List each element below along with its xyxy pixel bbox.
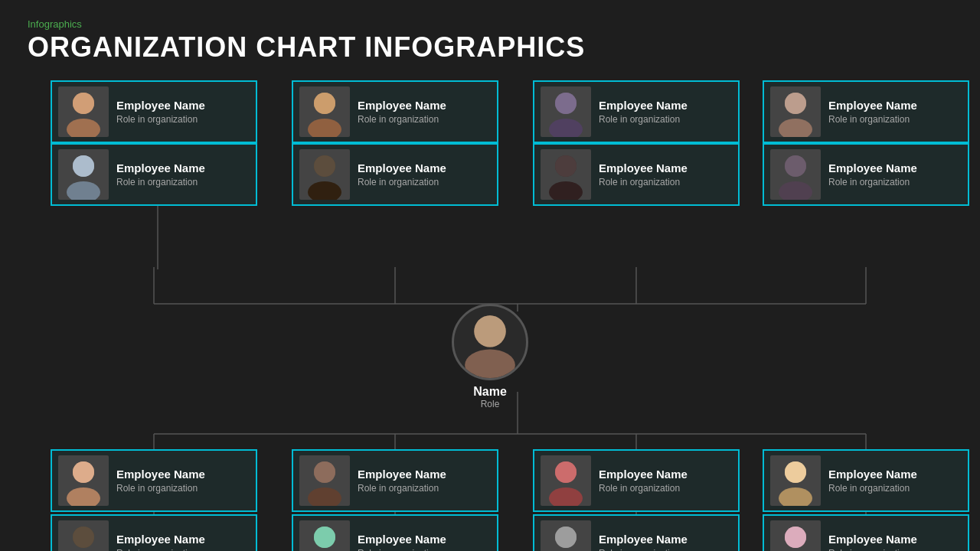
avatar-b3 (541, 455, 591, 506)
emp-name-b6: Employee Name (358, 533, 446, 546)
emp-role-t4: Role in organization (828, 114, 917, 125)
employee-card-b5: Employee Name Role in organization (51, 514, 257, 551)
svg-point-44 (779, 181, 812, 200)
svg-point-45 (785, 155, 806, 177)
emp-info-b1: Employee Name Role in organization (116, 468, 205, 494)
svg-point-27 (73, 155, 94, 177)
employee-card-t7: Employee Name Role in organization (533, 143, 740, 206)
emp-role-b8: Role in organization (828, 548, 917, 551)
svg-point-54 (73, 527, 94, 548)
emp-name-t8: Employee Name (828, 161, 917, 175)
employee-card-t4: Employee Name Role in organization (763, 80, 969, 143)
avatar-b6 (299, 520, 350, 551)
svg-point-24 (73, 93, 94, 114)
svg-point-32 (308, 181, 341, 200)
emp-role-b2: Role in organization (358, 483, 446, 494)
emp-info-t3: Employee Name Role in organization (599, 99, 688, 125)
svg-point-47 (465, 349, 515, 380)
emp-info-t8: Employee Name Role in organization (828, 161, 917, 187)
emp-name-t3: Employee Name (599, 99, 688, 112)
emp-name-b2: Employee Name (358, 468, 446, 481)
employee-card-t2: Employee Name Role in organization (292, 80, 498, 143)
emp-name-b7: Employee Name (599, 533, 688, 546)
emp-role-t1: Role in organization (116, 114, 205, 125)
svg-point-23 (67, 119, 100, 137)
emp-info-t2: Employee Name Role in organization (358, 99, 446, 125)
svg-point-60 (314, 527, 335, 548)
avatar-t5 (58, 149, 109, 200)
emp-info-t4: Employee Name Role in organization (828, 99, 917, 125)
svg-point-51 (73, 461, 94, 483)
emp-name-b1: Employee Name (116, 468, 205, 481)
emp-info-t7: Employee Name Role in organization (599, 161, 688, 187)
center-node: Name Role (452, 304, 528, 409)
emp-role-t6: Role in organization (358, 177, 446, 187)
avatar-t3 (541, 86, 591, 137)
svg-point-63 (555, 461, 577, 483)
employee-card-t6: Employee Name Role in organization (292, 143, 498, 206)
employee-card-b4: Employee Name Role in organization (763, 449, 969, 512)
avatar-t2 (299, 86, 350, 137)
avatar-t6 (299, 149, 350, 200)
employee-card-t3: Employee Name Role in organization (533, 80, 740, 143)
emp-info-b5: Employee Name Role in organization (116, 533, 205, 551)
employee-card-b8: Employee Name Role in organization (763, 514, 969, 551)
emp-role-t2: Role in organization (358, 114, 446, 125)
employee-card-t8: Employee Name Role in organization (763, 143, 969, 206)
org-chart: Employee Name Role in organization Emplo… (28, 74, 952, 526)
svg-point-57 (314, 461, 335, 483)
page-title: ORGANIZATION CHART INFOGRAPHICS (28, 31, 952, 64)
avatar-t8 (770, 149, 821, 200)
svg-point-41 (779, 119, 812, 137)
emp-role-b3: Role in organization (599, 483, 688, 494)
emp-role-t7: Role in organization (599, 177, 688, 187)
emp-info-t6: Employee Name Role in organization (358, 161, 446, 187)
avatar-b5 (58, 520, 109, 551)
center-avatar (452, 304, 528, 380)
svg-point-50 (67, 487, 100, 506)
svg-point-36 (555, 93, 577, 114)
svg-point-42 (785, 93, 806, 114)
center-role: Role (481, 399, 500, 409)
svg-point-56 (308, 487, 341, 506)
emp-name-b3: Employee Name (599, 468, 688, 481)
avatar-t4 (770, 86, 821, 137)
svg-point-30 (314, 93, 335, 114)
emp-role-b4: Role in organization (828, 483, 917, 494)
employee-card-b2: Employee Name Role in organization (292, 449, 498, 512)
emp-name-t2: Employee Name (358, 99, 446, 112)
svg-point-68 (779, 487, 812, 506)
emp-info-b3: Employee Name Role in organization (599, 468, 688, 494)
emp-role-b7: Role in organization (599, 548, 688, 551)
svg-point-69 (785, 461, 806, 483)
infographics-label: Infographics (28, 18, 952, 30)
emp-name-t1: Employee Name (116, 99, 205, 112)
svg-point-38 (549, 181, 583, 200)
avatar-b8 (770, 520, 821, 551)
avatar-t7 (541, 149, 591, 200)
page: Infographics ORGANIZATION CHART INFOGRAP… (0, 0, 980, 551)
svg-point-72 (785, 527, 806, 548)
avatar-t1 (58, 86, 109, 137)
emp-info-t1: Employee Name Role in organization (116, 99, 205, 125)
svg-point-35 (549, 119, 583, 137)
emp-info-b2: Employee Name Role in organization (358, 468, 446, 494)
emp-name-b4: Employee Name (828, 468, 917, 481)
employee-card-t1: Employee Name Role in organization (51, 80, 257, 143)
emp-role-t5: Role in organization (116, 177, 205, 187)
emp-role-b6: Role in organization (358, 548, 446, 551)
employee-card-b1: Employee Name Role in organization (51, 449, 257, 512)
center-name: Name (473, 385, 507, 399)
employee-card-b7: Employee Name Role in organization (533, 514, 740, 551)
svg-point-62 (549, 487, 583, 506)
svg-point-29 (308, 119, 341, 137)
avatar-b2 (299, 455, 350, 506)
header: Infographics ORGANIZATION CHART INFOGRAP… (28, 18, 952, 64)
emp-role-b5: Role in organization (116, 548, 205, 551)
emp-name-t6: Employee Name (358, 161, 446, 175)
emp-info-t5: Employee Name Role in organization (116, 161, 205, 187)
svg-point-33 (314, 155, 335, 177)
emp-role-t8: Role in organization (828, 177, 917, 187)
emp-name-b5: Employee Name (116, 533, 205, 546)
avatar-b7 (541, 520, 591, 551)
